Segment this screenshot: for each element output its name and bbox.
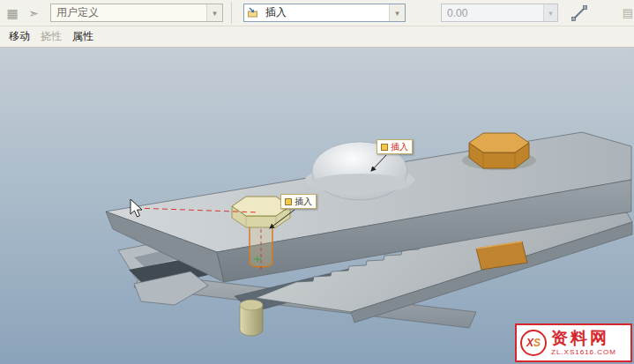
watermark-url: ZL.XS1616.COM: [551, 349, 616, 356]
watermark-logo-x: X: [526, 337, 533, 349]
option-tabs: 移动 挠性 属性: [0, 26, 634, 48]
cad-application-window: ▦ ➣ 用户定义 ▾ 插入 ▾ 0.00 ▾: [0, 0, 634, 364]
toolbar-separator: [231, 2, 232, 24]
constraint-tag-bolt[interactable]: 插入: [280, 194, 317, 209]
chevron-down-icon: ▾: [543, 4, 557, 21]
user-defined-dropdown[interactable]: 用户定义 ▾: [50, 4, 223, 22]
tab-move[interactable]: 移动: [4, 29, 35, 44]
watermark-site-name: 资料网: [551, 330, 616, 346]
constraint-type-value: 插入: [260, 5, 389, 20]
chevron-down-icon[interactable]: ▾: [389, 4, 405, 21]
user-defined-dropdown-value: 用户定义: [51, 5, 206, 20]
3d-scene[interactable]: [0, 48, 634, 364]
tan-cylinder-top: [240, 300, 263, 310]
offset-value: 0.00: [442, 7, 543, 19]
constraint-tag-dome[interactable]: 插入: [377, 139, 413, 154]
3d-viewport[interactable]: 插入 插入: [0, 48, 634, 364]
grid-icon[interactable]: ▦: [4, 4, 21, 22]
panel-icon[interactable]: ▤: [620, 4, 634, 20]
flip-constraint-icon[interactable]: [570, 4, 589, 23]
watermark-logo: XS: [520, 330, 547, 356]
offset-value-field[interactable]: 0.00 ▾: [441, 4, 558, 22]
flag-arrow-icon[interactable]: ➣: [25, 4, 42, 22]
top-toolbar: ▦ ➣ 用户定义 ▾ 插入 ▾ 0.00 ▾: [0, 0, 634, 26]
constraint-tag-bolt-label: 插入: [295, 195, 312, 208]
tab-flexibility: 挠性: [35, 29, 67, 44]
watermark-logo-s: S: [533, 337, 541, 349]
insert-mini-icon: [285, 198, 292, 205]
insert-icon: [244, 7, 260, 19]
insert-mini-icon: [381, 144, 388, 151]
constraint-type-dropdown[interactable]: 插入 ▾: [243, 4, 406, 22]
tab-properties[interactable]: 属性: [67, 29, 99, 44]
chevron-down-icon[interactable]: ▾: [206, 4, 222, 21]
constraint-tag-dome-label: 插入: [391, 140, 408, 153]
dome-blend: [310, 174, 409, 193]
watermark: XS 资料网 ZL.XS1616.COM: [515, 323, 632, 362]
